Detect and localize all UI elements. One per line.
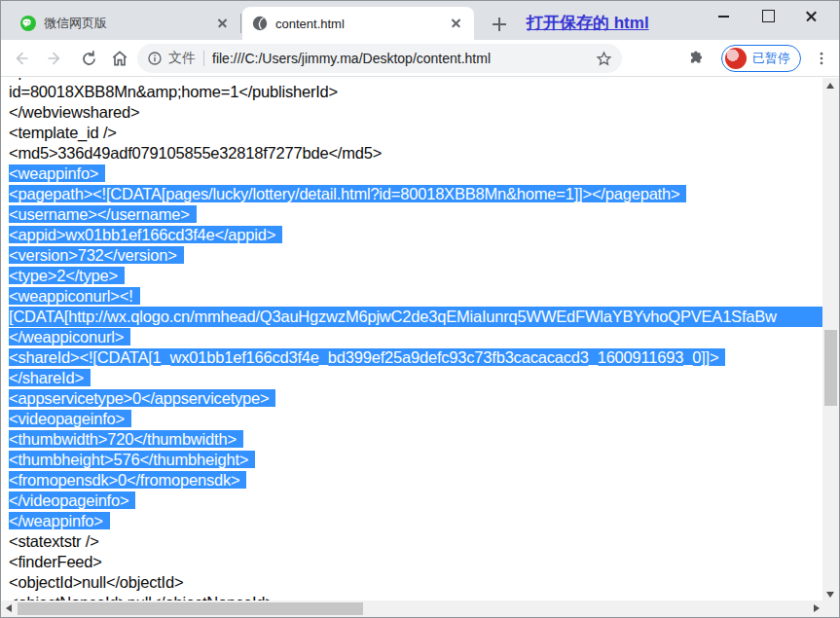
code-line: <thumbheight>576</thumbheight> <box>1 450 824 470</box>
forward-button[interactable] <box>44 47 67 70</box>
code-line: <weappiconurl><! <box>1 286 824 307</box>
code-line: <statextstr /> <box>1 531 824 552</box>
code-line: </weappinfo> <box>1 511 824 531</box>
code-line: [CDATA[http://wx.qlogo.cn/mmhead/Q3auHgz… <box>1 307 824 327</box>
vertical-scrollbar[interactable] <box>822 78 839 602</box>
code-line: <objectId>null</objectId> <box>1 572 824 593</box>
code-line: <type>2</type> <box>1 266 824 286</box>
tab-strip: 微信网页版 content.html 打开保存的 html <box>1 1 839 40</box>
maximize-button[interactable] <box>746 3 789 28</box>
scroll-up-arrow[interactable] <box>826 83 834 89</box>
address-bar[interactable]: 文件 file:///C:/Users/jimmy.ma/Desktop/con… <box>137 44 622 73</box>
globe-icon <box>252 16 268 31</box>
code-line: </videopageinfo> <box>1 491 824 511</box>
omnibox-divider <box>203 51 204 66</box>
code-line: <appservicetype>0</appservicetype> <box>1 388 824 409</box>
browser-toolbar: 文件 file:///C:/Users/jimmy.ma/Desktop/con… <box>1 40 839 77</box>
back-button[interactable] <box>9 47 32 70</box>
code-line: <template_id /> <box>1 123 824 143</box>
code-line: <username></username> <box>1 204 824 225</box>
browser-window: 微信网页版 content.html 打开保存的 html <box>0 0 840 618</box>
close-icon[interactable] <box>215 16 231 31</box>
code-line: id=80018XBB8Mn&amp;home=1</publisherId> <box>1 82 824 102</box>
vertical-scrollbar-thumb[interactable] <box>824 330 837 406</box>
home-button[interactable] <box>108 47 131 70</box>
url-text[interactable]: file:///C:/Users/jimmy.ma/Desktop/conten… <box>212 51 596 66</box>
open-saved-html-link[interactable]: 打开保存的 html <box>527 12 649 34</box>
code-line: <shareId><![CDATA[1_wx01bb1ef166cd3f4e_b… <box>1 347 824 368</box>
code-line: <pagepath><![CDATA[pages/lucky/lottery/d… <box>1 184 824 204</box>
scroll-left-arrow[interactable] <box>6 604 12 612</box>
avatar <box>725 48 747 69</box>
bookmark-star-icon[interactable] <box>596 51 612 67</box>
window-controls <box>702 3 833 28</box>
tab-label: 微信网页版 <box>44 15 215 32</box>
code-line: <fromopensdk>0</fromopensdk> <box>1 470 824 491</box>
profile-chip[interactable]: 已暂停 <box>721 45 801 72</box>
reload-button[interactable] <box>77 47 100 70</box>
profile-status-badge: 已暂停 <box>752 50 790 67</box>
code-line: <md5>336d49adf079105855e32818f7277bde</m… <box>1 143 824 164</box>
menu-dots-icon[interactable] <box>810 47 833 70</box>
minimize-button[interactable] <box>702 3 746 28</box>
tab-label: content.html <box>275 17 449 31</box>
tab-wechat[interactable]: 微信网页版 <box>11 7 240 40</box>
wechat-icon <box>20 16 36 31</box>
code-line: </webviewshared> <box>1 102 824 123</box>
code-line: <videopageinfo> <box>1 409 824 429</box>
page-content: <publisherId>id=80018XBB8Mn&amp;home=1</… <box>1 78 824 602</box>
extensions-puzzle-icon[interactable] <box>684 47 708 70</box>
new-tab-button[interactable] <box>488 13 511 36</box>
code-line: <version>732</version> <box>1 245 824 266</box>
scroll-right-arrow[interactable] <box>814 604 820 612</box>
code-line: <weappinfo> <box>1 164 824 184</box>
tab-divider <box>240 14 241 33</box>
tab-content-html[interactable]: content.html <box>242 7 474 40</box>
code-line: <appid>wx01bb1ef166cd3f4e</appid> <box>1 225 824 245</box>
code-line: </weappiconurl> <box>1 327 824 347</box>
info-icon[interactable] <box>147 51 163 66</box>
code-lines: <publisherId>id=80018XBB8Mn&amp;home=1</… <box>1 78 824 602</box>
scrollbar-corner <box>822 600 839 617</box>
horizontal-scrollbar-thumb[interactable] <box>18 602 363 615</box>
code-line: </shareId> <box>1 368 824 388</box>
code-line: <publisherId> <box>1 78 824 82</box>
scheme-label: 文件 <box>168 50 196 67</box>
code-line: <thumbwidth>720</thumbwidth> <box>1 429 824 450</box>
horizontal-scrollbar[interactable] <box>1 600 824 617</box>
close-icon[interactable] <box>449 16 464 31</box>
scroll-down-arrow[interactable] <box>826 592 834 598</box>
code-line: <finderFeed> <box>1 552 824 572</box>
close-window-button[interactable] <box>789 3 833 28</box>
